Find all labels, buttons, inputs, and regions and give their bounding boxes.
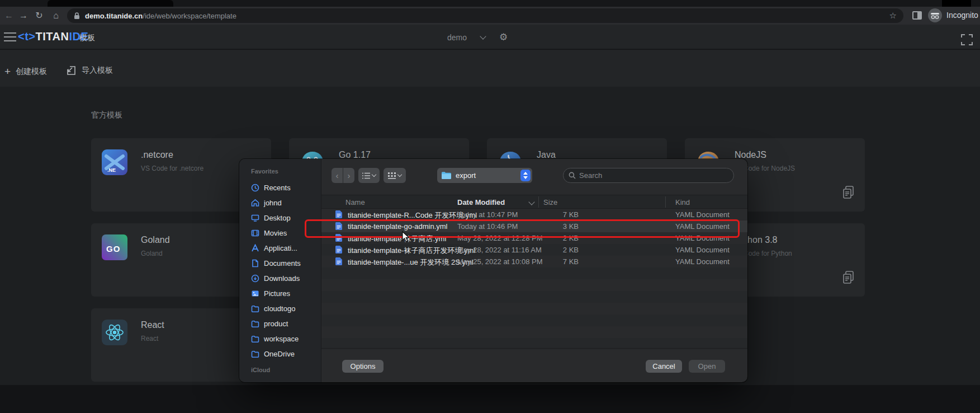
empty-row <box>321 279 747 291</box>
menu-icon[interactable] <box>4 32 16 44</box>
download-icon <box>251 274 259 283</box>
yaml-file-icon <box>335 246 342 254</box>
favorites-header: Favorites <box>251 168 321 180</box>
import-template-button[interactable]: 导入模板 <box>66 65 113 76</box>
card-title: Goland <box>141 235 170 245</box>
import-icon <box>66 65 77 76</box>
browser-toolbar: ← → ↻ ⌂ demo.titanide.cn/ide/web/workspa… <box>0 7 980 25</box>
react-icon <box>102 320 127 345</box>
back-icon[interactable]: ← <box>2 9 16 22</box>
pictures-icon <box>251 289 259 298</box>
sidebar-item-workspace[interactable]: workspace <box>251 331 321 346</box>
workspace-selector[interactable]: demo <box>447 33 467 42</box>
file-row[interactable]: titanide-template-袜子商店开发环境.ymlMay 28, 20… <box>321 244 747 256</box>
duplicate-doc-icon[interactable] <box>842 271 855 284</box>
dialog-forward-button[interactable]: › <box>343 168 354 183</box>
applications-icon <box>251 244 259 252</box>
column-date-modified[interactable]: Date Modified <box>457 198 505 206</box>
grid-view-icon <box>388 172 396 179</box>
search-icon <box>569 172 576 179</box>
folder-icon <box>251 350 259 358</box>
bookmark-star-icon[interactable]: ☆ <box>889 11 897 21</box>
cancel-button[interactable]: Cancel <box>646 360 682 373</box>
card-subtitle: Goland <box>141 250 163 257</box>
sidebar-item-cloudtogo[interactable]: cloudtogo <box>251 301 321 316</box>
column-divider[interactable] <box>665 196 666 208</box>
empty-row <box>321 326 747 338</box>
forward-icon[interactable]: → <box>17 9 30 22</box>
stepper-icon[interactable] <box>520 170 531 181</box>
folder-icon <box>251 305 259 312</box>
file-row[interactable]: titanide-template-R...Code 开发环境.ymlToday… <box>321 209 747 220</box>
sidebar-item-onedrive[interactable]: OneDrive <box>251 346 321 362</box>
open-button[interactable]: Open <box>689 360 725 373</box>
empty-row <box>321 291 747 303</box>
search-input[interactable]: Search <box>563 168 734 183</box>
icloud-header: iCloud <box>251 367 321 379</box>
home-icon[interactable]: ⌂ <box>49 9 63 22</box>
search-placeholder: Search <box>579 171 602 180</box>
file-open-dialog: Favorites Recents johnd Desktop Movies A… <box>239 159 747 382</box>
plus-icon: + <box>4 65 11 78</box>
svg-text:GO: GO <box>106 244 120 254</box>
film-icon <box>251 229 259 237</box>
page-footer-strip <box>0 385 980 413</box>
folder-icon <box>251 320 259 327</box>
reload-icon[interactable]: ↻ <box>32 9 46 22</box>
section-title: 官方模板 <box>91 110 122 120</box>
create-template-button[interactable]: + 创建模板 <box>4 65 47 78</box>
chevron-down-icon <box>397 172 402 177</box>
folder-icon <box>442 172 451 179</box>
side-panel-icon[interactable] <box>912 11 922 20</box>
dialog-sidebar: Favorites Recents johnd Desktop Movies A… <box>239 159 321 382</box>
card-subtitle: React <box>141 335 158 342</box>
list-view-button[interactable] <box>358 168 380 183</box>
dialog-main-pane: ‹ › export Search Name Date Modified Siz… <box>321 159 747 382</box>
incognito-label: Incognito <box>946 11 978 20</box>
column-kind[interactable]: Kind <box>675 198 690 206</box>
folder-icon <box>251 335 259 342</box>
app-logo[interactable]: <t>TITANIDE <box>18 30 88 43</box>
yaml-file-icon <box>335 210 342 218</box>
dotnet-icon: .NE <box>102 149 127 175</box>
page-title: 模板 <box>79 33 95 43</box>
incognito-icon <box>928 8 942 22</box>
sidebar-item-product[interactable]: product <box>251 316 321 331</box>
sort-chevron-icon[interactable] <box>528 199 534 205</box>
column-size[interactable]: Size <box>543 198 557 206</box>
address-bar[interactable]: demo.titanide.cn/ide/web/workspace/templ… <box>67 8 903 23</box>
column-divider[interactable] <box>538 196 539 208</box>
dialog-back-button[interactable]: ‹ <box>332 168 343 183</box>
template-actions-bar: + 创建模板 导入模板 <box>0 50 980 87</box>
location-label: export <box>456 171 476 180</box>
settings-gear-icon[interactable]: ⚙ <box>499 31 508 43</box>
svg-text:.NE: .NE <box>107 167 116 173</box>
duplicate-doc-icon[interactable] <box>842 186 855 199</box>
column-name[interactable]: Name <box>345 198 365 206</box>
file-row[interactable]: titanide-template-...ue 开发环境 2S.ymlMay 2… <box>321 256 747 267</box>
file-list-header: Name Date Modified Size Kind <box>321 195 747 209</box>
sidebar-item-recents[interactable]: Recents <box>251 180 321 195</box>
chevron-down-icon[interactable] <box>480 33 486 39</box>
dialog-footer: Options Cancel Open <box>321 348 747 382</box>
card-title: .netcore <box>141 150 173 160</box>
fullscreen-icon[interactable] <box>961 34 973 45</box>
browser-tab[interactable] <box>48 0 173 7</box>
sidebar-item-downloads[interactable]: Downloads <box>251 271 321 286</box>
sidebar-item-pictures[interactable]: Pictures <box>251 286 321 301</box>
yaml-file-icon <box>335 257 342 265</box>
browser-tab-strip <box>0 0 980 7</box>
sidebar-item-applications[interactable]: Applicati... <box>251 241 321 256</box>
empty-row <box>321 303 747 315</box>
empty-row <box>321 267 747 279</box>
sidebar-item-johnd[interactable]: johnd <box>251 195 321 210</box>
sidebar-item-documents[interactable]: Documents <box>251 256 321 271</box>
options-button[interactable]: Options <box>342 360 384 373</box>
empty-row <box>321 315 747 326</box>
mouse-cursor <box>402 231 410 242</box>
location-dropdown[interactable]: export <box>437 168 532 183</box>
group-view-button[interactable] <box>384 168 406 183</box>
list-view-icon <box>362 172 370 179</box>
card-subtitle: VS Code for .netcore <box>141 165 203 172</box>
card-title: React <box>141 320 164 330</box>
